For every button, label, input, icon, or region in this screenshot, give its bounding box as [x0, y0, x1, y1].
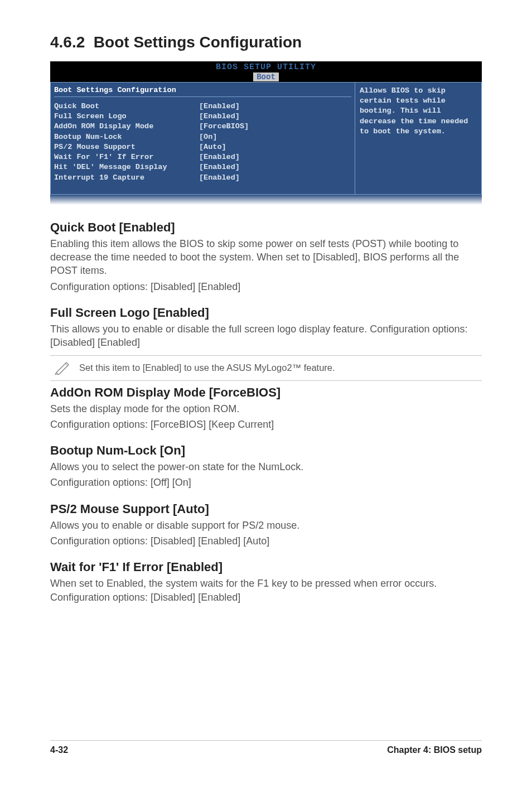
- bios-row: Wait For 'F1' If Error[Enabled]: [54, 152, 351, 162]
- setting-paragraph: When set to Enabled, the system waits fo…: [50, 577, 482, 604]
- bios-row-label: Hit 'DEL' Message Display: [54, 162, 199, 172]
- bios-row-label: Interrupt 19 Capture: [54, 173, 199, 183]
- footer-page-number: 4-32: [50, 745, 68, 755]
- bios-header-title: BIOS SETUP UTILITY: [50, 62, 482, 72]
- setting-paragraph: Allows you to select the power-on state …: [50, 460, 482, 474]
- bios-row-value: [On]: [199, 132, 217, 142]
- bios-left-panel: Boot Settings Configuration Quick Boot[E…: [50, 82, 355, 195]
- setting-heading: PS/2 Mouse Support [Auto]: [50, 502, 482, 516]
- bios-help-panel: Allows BIOS to skip certain tests while …: [355, 82, 482, 195]
- bios-row-label: PS/2 Mouse Support: [54, 142, 199, 152]
- bios-row-value: [Enabled]: [199, 162, 240, 172]
- setting-heading: Quick Boot [Enabled]: [50, 220, 482, 235]
- bios-row: Full Screen Logo[Enabled]: [54, 112, 351, 122]
- setting-paragraph: This allows you to enable or disable the…: [50, 322, 482, 350]
- bios-help-text: Allows BIOS to skip certain tests while …: [360, 86, 477, 137]
- setting-paragraph: Configuration options: [Disabled] [Enabl…: [50, 280, 482, 293]
- setting-paragraph: Configuration options: [Disabled] [Enabl…: [50, 534, 482, 548]
- page-footer: 4-32 Chapter 4: BIOS setup: [50, 740, 482, 755]
- bios-row: Quick Boot[Enabled]: [54, 102, 351, 112]
- bios-row-value: [Enabled]: [199, 102, 240, 112]
- section-number: 4.6.2: [50, 33, 85, 51]
- bios-row: AddOn ROM Display Mode[ForceBIOS]: [54, 122, 351, 132]
- setting-paragraph: Configuration options: [ForceBIOS] [Keep…: [50, 418, 482, 431]
- bios-panel-title: Boot Settings Configuration: [54, 86, 351, 94]
- bios-row-label: Full Screen Logo: [54, 112, 199, 122]
- bios-row-label: Bootup Num-Lock: [54, 132, 199, 142]
- section-heading: 4.6.2 Boot Settings Configuration: [50, 33, 482, 51]
- note-box: Set this item to [Enabled] to use the AS…: [50, 355, 482, 381]
- bios-row-label: AddOn ROM Display Mode: [54, 122, 199, 132]
- note-text: Set this item to [Enabled] to use the AS…: [76, 363, 335, 373]
- footer-chapter: Chapter 4: BIOS setup: [387, 745, 482, 755]
- bios-row-value: [ForceBIOS]: [199, 122, 249, 132]
- bios-row: Interrupt 19 Capture[Enabled]: [54, 173, 351, 183]
- setting-paragraph: Sets the display mode for the option ROM…: [50, 402, 482, 416]
- bios-row-value: [Enabled]: [199, 152, 240, 162]
- bios-row: PS/2 Mouse Support[Auto]: [54, 142, 351, 152]
- pencil-icon: [50, 359, 76, 377]
- bios-screenshot: BIOS SETUP UTILITY Boot Boot Settings Co…: [50, 61, 482, 205]
- setting-paragraph: Allows you to enable or disable support …: [50, 519, 482, 532]
- setting-paragraph: Configuration options: [Off] [On]: [50, 476, 482, 489]
- bios-header-tab: Boot: [253, 73, 279, 81]
- bios-header: BIOS SETUP UTILITY Boot: [50, 61, 482, 82]
- setting-heading: Bootup Num-Lock [On]: [50, 443, 482, 458]
- bios-row-value: [Enabled]: [199, 112, 240, 122]
- setting-paragraph: Enabling this item allows the BIOS to sk…: [50, 237, 482, 278]
- bios-row-value: [Auto]: [199, 142, 226, 152]
- bios-row-label: Wait For 'F1' If Error: [54, 152, 199, 162]
- setting-heading: Full Screen Logo [Enabled]: [50, 306, 482, 320]
- setting-heading: Wait for 'F1' If Error [Enabled]: [50, 560, 482, 574]
- bios-divider: [54, 96, 351, 97]
- bios-row: Hit 'DEL' Message Display[Enabled]: [54, 162, 351, 172]
- bios-fade: [50, 195, 482, 205]
- setting-heading: AddOn ROM Display Mode [ForceBIOS]: [50, 385, 482, 400]
- bios-row-value: [Enabled]: [199, 173, 240, 183]
- section-title: Boot Settings Configuration: [94, 33, 302, 51]
- bios-row: Bootup Num-Lock[On]: [54, 132, 351, 142]
- bios-row-label: Quick Boot: [54, 102, 199, 112]
